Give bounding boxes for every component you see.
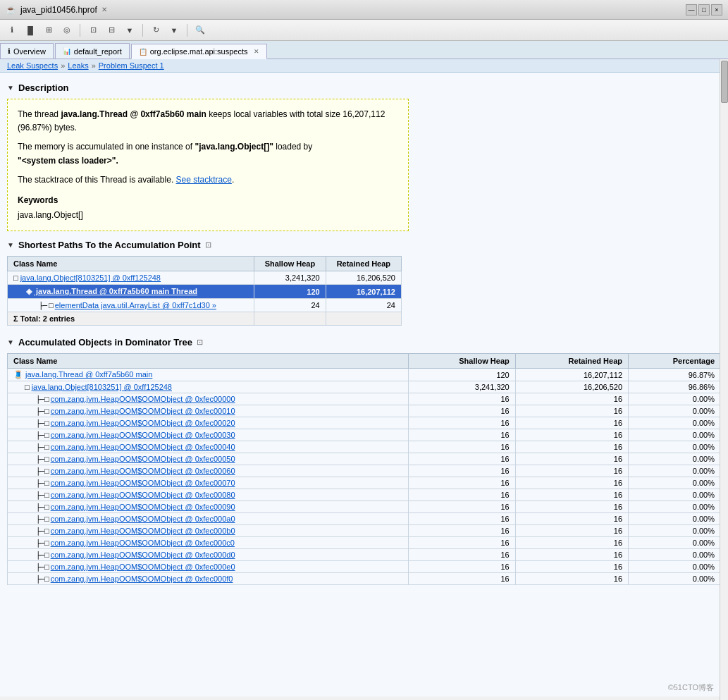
- dom-row-class[interactable]: ├─□com.zang.jvm.HeapOOM$OOMObject @ 0xfe…: [8, 453, 409, 465]
- dom-row-link[interactable]: com.zang.jvm.HeapOOM$OOMObject @ 0xfec00…: [51, 455, 235, 463]
- list-item[interactable]: □java.lang.Object[8103251] @ 0xff1252483…: [8, 381, 721, 393]
- dom-row-class[interactable]: ├─□com.zang.jvm.HeapOOM$OOMObject @ 0xfe…: [8, 501, 409, 513]
- see-stacktrace-link[interactable]: See stacktrace: [176, 175, 232, 185]
- list-item[interactable]: ├─□com.zang.jvm.HeapOOM$OOMObject @ 0xfe…: [8, 417, 721, 429]
- breadcrumb-leaks[interactable]: Leaks: [68, 61, 88, 70]
- row-class-name[interactable]: ◈ java.lang.Thread @ 0xff7a5b60 main Thr…: [8, 285, 254, 299]
- list-item[interactable]: ├─□com.zang.jvm.HeapOOM$OOMObject @ 0xfe…: [8, 525, 721, 537]
- keywords-value: java.lang.Object[]: [18, 209, 398, 222]
- tab-suspects[interactable]: 📋 org.eclipse.mat.api:suspects ✕: [131, 44, 267, 59]
- dom-row-link[interactable]: com.zang.jvm.HeapOOM$OOMObject @ 0xfec00…: [51, 563, 235, 571]
- dom-row-class[interactable]: ├─□com.zang.jvm.HeapOOM$OOMObject @ 0xfe…: [8, 573, 409, 585]
- breadcrumb-problem-suspect[interactable]: Problem Suspect 1: [99, 61, 164, 70]
- dom-row-percentage: 0.00%: [629, 453, 721, 465]
- dom-row-link[interactable]: com.zang.jvm.HeapOOM$OOMObject @ 0xfec00…: [51, 575, 233, 583]
- list-item[interactable]: ├─□com.zang.jvm.HeapOOM$OOMObject @ 0xfe…: [8, 441, 721, 453]
- table-row[interactable]: □java.lang.Object[8103251] @ 0xff1252483…: [8, 271, 402, 285]
- scrollbar[interactable]: [720, 59, 728, 696]
- dom-row-class[interactable]: ├─□com.zang.jvm.HeapOOM$OOMObject @ 0xfe…: [8, 489, 409, 501]
- dom-row-class[interactable]: 🧵java.lang.Thread @ 0xff7a5b60 main: [8, 369, 409, 381]
- list-item[interactable]: ├─□com.zang.jvm.HeapOOM$OOMObject @ 0xfe…: [8, 549, 721, 561]
- description-toggle[interactable]: ▼: [7, 85, 14, 92]
- dom-row-class[interactable]: ├─□com.zang.jvm.HeapOOM$OOMObject @ 0xfe…: [8, 549, 409, 561]
- list-item[interactable]: ├─□com.zang.jvm.HeapOOM$OOMObject @ 0xfe…: [8, 489, 721, 501]
- dom-row-link[interactable]: com.zang.jvm.HeapOOM$OOMObject @ 0xfec00…: [51, 479, 235, 487]
- maximize-button[interactable]: □: [698, 4, 710, 16]
- shortest-paths-toggle[interactable]: ▼: [7, 242, 14, 249]
- tree-indent: ├─: [36, 575, 44, 583]
- dom-row-link[interactable]: com.zang.jvm.HeapOOM$OOMObject @ 0xfec00…: [51, 491, 235, 499]
- list-item[interactable]: ├─□com.zang.jvm.HeapOOM$OOMObject @ 0xfe…: [8, 393, 721, 405]
- list-item[interactable]: ├─□com.zang.jvm.HeapOOM$OOMObject @ 0xfe…: [8, 561, 721, 573]
- minimize-button[interactable]: —: [686, 4, 697, 16]
- more-button[interactable]: ▼: [166, 23, 182, 38]
- dom-row-class[interactable]: ├─□com.zang.jvm.HeapOOM$OOMObject @ 0xfe…: [8, 561, 409, 573]
- list-item[interactable]: ├─□com.zang.jvm.HeapOOM$OOMObject @ 0xfe…: [8, 453, 721, 465]
- row-link[interactable]: java.lang.Thread @ 0xff7a5b60 main Threa…: [34, 287, 197, 295]
- list-item[interactable]: ├─□com.zang.jvm.HeapOOM$OOMObject @ 0xfe…: [8, 573, 721, 585]
- tab-overview[interactable]: ℹ Overview: [0, 43, 54, 59]
- dominator-tree-export-icon[interactable]: ⊡: [197, 338, 203, 347]
- list-item[interactable]: ├─□com.zang.jvm.HeapOOM$OOMObject @ 0xfe…: [8, 405, 721, 417]
- table-button[interactable]: ⊞: [41, 23, 56, 38]
- table-row[interactable]: ◈ java.lang.Thread @ 0xff7a5b60 main Thr…: [8, 285, 402, 299]
- dom-row-class[interactable]: ├─□com.zang.jvm.HeapOOM$OOMObject @ 0xfe…: [8, 429, 409, 441]
- list-item[interactable]: ├─□com.zang.jvm.HeapOOM$OOMObject @ 0xfe…: [8, 429, 721, 441]
- dom-row-class[interactable]: ├─□com.zang.jvm.HeapOOM$OOMObject @ 0xfe…: [8, 513, 409, 525]
- dom-row-class[interactable]: ├─□com.zang.jvm.HeapOOM$OOMObject @ 0xfe…: [8, 417, 409, 429]
- info-button[interactable]: ℹ: [4, 23, 20, 38]
- dom-row-class[interactable]: ├─□com.zang.jvm.HeapOOM$OOMObject @ 0xfe…: [8, 477, 409, 489]
- shortest-paths-export-icon[interactable]: ⊡: [205, 240, 211, 250]
- search-button[interactable]: 🔍: [192, 23, 208, 38]
- dom-row-link[interactable]: java.lang.Object[8103251] @ 0xff125248: [32, 383, 172, 391]
- breadcrumb-leak-suspects[interactable]: Leak Suspects: [7, 61, 58, 70]
- class-button[interactable]: ◎: [59, 23, 75, 38]
- dom-row-link[interactable]: com.zang.jvm.HeapOOM$OOMObject @ 0xfec00…: [51, 443, 235, 451]
- dom-row-link[interactable]: com.zang.jvm.HeapOOM$OOMObject @ 0xfec00…: [51, 551, 235, 559]
- title-tab-close[interactable]: ✕: [101, 6, 107, 13]
- dom-row-link[interactable]: com.zang.jvm.HeapOOM$OOMObject @ 0xfec00…: [51, 419, 235, 427]
- dom-row-link[interactable]: com.zang.jvm.HeapOOM$OOMObject @ 0xfec00…: [51, 503, 235, 511]
- grid-button[interactable]: ⊟: [104, 23, 119, 38]
- dom-row-class[interactable]: ├─□com.zang.jvm.HeapOOM$OOMObject @ 0xfe…: [8, 393, 409, 405]
- dom-row-class[interactable]: ├─□com.zang.jvm.HeapOOM$OOMObject @ 0xfe…: [8, 525, 409, 537]
- dom-row-class[interactable]: ├─□com.zang.jvm.HeapOOM$OOMObject @ 0xfe…: [8, 441, 409, 453]
- dom-row-class[interactable]: ├─□com.zang.jvm.HeapOOM$OOMObject @ 0xfe…: [8, 405, 409, 417]
- dom-row-icon: □: [44, 395, 49, 403]
- dom-row-link[interactable]: java.lang.Thread @ 0xff7a5b60 main: [25, 370, 152, 379]
- row-link[interactable]: elementData java.util.ArrayList @ 0xff7c…: [55, 301, 216, 309]
- dom-row-link[interactable]: com.zang.jvm.HeapOOM$OOMObject @ 0xfec00…: [51, 527, 235, 535]
- list-item[interactable]: ├─□com.zang.jvm.HeapOOM$OOMObject @ 0xfe…: [8, 537, 721, 549]
- inspect-button[interactable]: ⊡: [85, 23, 101, 38]
- dom-row-link[interactable]: com.zang.jvm.HeapOOM$OOMObject @ 0xfec00…: [51, 515, 235, 523]
- list-item[interactable]: ├─□com.zang.jvm.HeapOOM$OOMObject @ 0xfe…: [8, 501, 721, 513]
- dom-row-link[interactable]: com.zang.jvm.HeapOOM$OOMObject @ 0xfec00…: [51, 467, 235, 475]
- list-item[interactable]: 🧵java.lang.Thread @ 0xff7a5b60 main12016…: [8, 369, 721, 381]
- dom-row-percentage: 0.00%: [629, 477, 721, 489]
- dom-row-link[interactable]: com.zang.jvm.HeapOOM$OOMObject @ 0xfec00…: [51, 395, 235, 403]
- tab-default-report[interactable]: 📊 default_report: [55, 43, 130, 59]
- refresh-button[interactable]: ↻: [148, 23, 164, 38]
- scrollbar-thumb[interactable]: [721, 61, 728, 103]
- dom-row-class[interactable]: ├─□com.zang.jvm.HeapOOM$OOMObject @ 0xfe…: [8, 537, 409, 549]
- table-row[interactable]: ├─□elementData java.util.ArrayList @ 0xf…: [8, 299, 402, 312]
- dom-row-link[interactable]: com.zang.jvm.HeapOOM$OOMObject @ 0xfec00…: [51, 431, 235, 439]
- dom-row-class[interactable]: ├─□com.zang.jvm.HeapOOM$OOMObject @ 0xfe…: [8, 465, 409, 477]
- bar-chart-button[interactable]: ▐▌: [23, 23, 38, 38]
- row-class-name[interactable]: ├─□elementData java.util.ArrayList @ 0xf…: [8, 299, 254, 312]
- tab-suspects-close[interactable]: ✕: [254, 48, 259, 55]
- dom-row-class[interactable]: □java.lang.Object[8103251] @ 0xff125248: [8, 381, 409, 393]
- tab-overview-label: Overview: [13, 47, 46, 56]
- list-item[interactable]: ├─□com.zang.jvm.HeapOOM$OOMObject @ 0xfe…: [8, 513, 721, 525]
- list-item[interactable]: ├─□com.zang.jvm.HeapOOM$OOMObject @ 0xfe…: [8, 477, 721, 489]
- dom-row-percentage: 0.00%: [629, 525, 721, 537]
- close-button[interactable]: ×: [711, 4, 722, 16]
- row-link[interactable]: java.lang.Object[8103251] @ 0xff125248: [20, 274, 161, 282]
- table-row[interactable]: ΣTotal: 2 entries: [8, 312, 402, 326]
- row-class-name[interactable]: □java.lang.Object[8103251] @ 0xff125248: [8, 271, 254, 285]
- dom-row-link[interactable]: com.zang.jvm.HeapOOM$OOMObject @ 0xfec00…: [51, 539, 235, 547]
- dom-row-link[interactable]: com.zang.jvm.HeapOOM$OOMObject @ 0xfec00…: [51, 407, 235, 415]
- list-item[interactable]: ├─□com.zang.jvm.HeapOOM$OOMObject @ 0xfe…: [8, 465, 721, 477]
- dropdown-button[interactable]: ▼: [122, 23, 137, 38]
- dominator-tree-toggle[interactable]: ▼: [7, 339, 14, 346]
